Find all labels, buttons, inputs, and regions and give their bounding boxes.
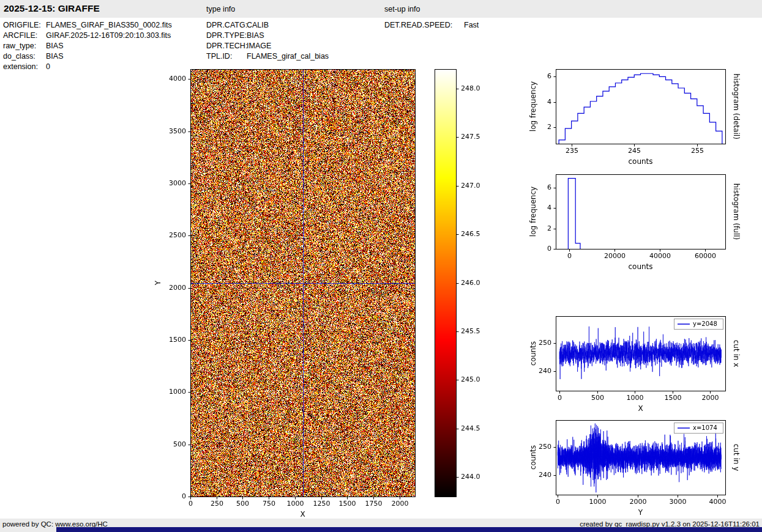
tpl-id-value: FLAMES_giraf_cal_bias: [247, 51, 329, 62]
dpr-catg-value: CALIB: [247, 20, 269, 31]
histogram-detail-plot: [520, 61, 762, 171]
dpr-type-label: DPR.TYPE:: [206, 31, 247, 41]
extension-value: 0: [46, 62, 50, 72]
header-bar: 2025-12-15: GIRAFFE type info set-up inf…: [0, 0, 762, 18]
raw-type-label: raw_type:: [3, 41, 46, 51]
setup-info-block: DET.READ.SPEED: Fast: [384, 20, 479, 31]
type-info-block: DPR.CATG: CALIB DPR.TYPE: BIAS DPR.TECH:…: [206, 20, 329, 62]
read-speed-value: Fast: [464, 20, 479, 31]
setup-info-heading: set-up info: [384, 5, 420, 13]
histogram-full-plot: [520, 166, 762, 276]
dpr-tech-row: DPR.TECH: IMAGE: [206, 41, 329, 51]
origfile-value: FLAMES_GIRAF_BIAS350_0002.fits: [46, 20, 172, 31]
do-class-value: BIAS: [46, 51, 64, 62]
footer-accent-bar: [56, 527, 762, 532]
cut-in-y-plot: [520, 412, 762, 522]
footer-bar: powered by QC: www.eso.org/HC created by…: [0, 519, 762, 532]
extension-label: extension:: [3, 62, 46, 72]
colorbar: [428, 61, 502, 519]
type-info-heading: type info: [206, 5, 235, 13]
dpr-type-value: BIAS: [247, 31, 264, 41]
dpr-tech-value: IMAGE: [247, 41, 271, 51]
raw-type-row: raw_type: BIAS: [3, 41, 172, 51]
do-class-label: do_class:: [3, 51, 46, 62]
origfile-row: ORIGFILE: FLAMES_GIRAF_BIAS350_0002.fits: [3, 20, 172, 31]
tpl-id-row: TPL.ID: FLAMES_giraf_cal_bias: [206, 51, 329, 62]
cut-in-x-plot: [520, 308, 762, 418]
arcfile-value: GIRAF.2025-12-16T09:20:10.303.fits: [46, 31, 171, 41]
bias-image-plot: [147, 61, 435, 519]
arcfile-row: ARCFILE: GIRAF.2025-12-16T09:20:10.303.f…: [3, 31, 172, 41]
page-title: 2025-12-15: GIRAFFE: [4, 3, 100, 14]
dpr-catg-row: DPR.CATG: CALIB: [206, 20, 329, 31]
origfile-label: ORIGFILE:: [3, 20, 46, 31]
arcfile-label: ARCFILE:: [3, 31, 46, 41]
raw-type-value: BIAS: [46, 41, 64, 51]
dpr-type-row: DPR.TYPE: BIAS: [206, 31, 329, 41]
do-class-row: do_class: BIAS: [3, 51, 172, 62]
read-speed-label: DET.READ.SPEED:: [384, 20, 464, 31]
dpr-catg-label: DPR.CATG:: [206, 20, 247, 31]
tpl-id-label: TPL.ID:: [206, 51, 247, 62]
dpr-tech-label: DPR.TECH:: [206, 41, 247, 51]
read-speed-row: DET.READ.SPEED: Fast: [384, 20, 479, 31]
